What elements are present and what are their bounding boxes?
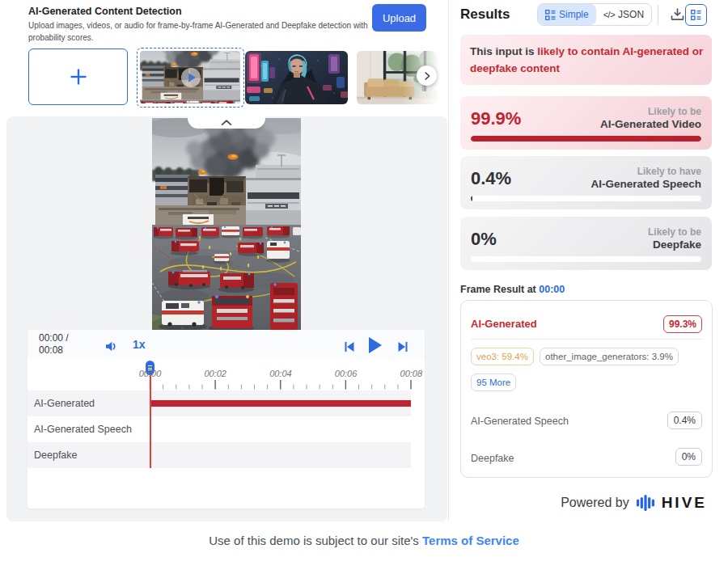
frame-row-value-badge: 0.4% (667, 412, 702, 429)
score-progress-track (471, 196, 701, 201)
track-label: AI-Generated Speech (34, 424, 132, 435)
download-button[interactable] (671, 7, 684, 23)
score-progress-fill (471, 136, 701, 141)
footer-disclaimer: Use of this demo is subject to our site'… (0, 534, 728, 547)
score-value: 0.4% (471, 168, 511, 189)
video-player-card: 00:00 / 00:08 1x (28, 330, 425, 509)
score-card-ai-generated-video: 99.9% Likely to be AI-Generated Video (460, 96, 712, 150)
timeline-label: 00:02 (197, 369, 233, 378)
preview-panel: 00:00 / 00:08 1x (6, 116, 447, 521)
frame-row-label: Deepfake (471, 453, 514, 464)
track-label: AI-Generated (34, 398, 95, 409)
frame-row-value-badge: 0% (675, 448, 702, 466)
track-label: Deepfake (34, 449, 78, 461)
hive-brand-name: HIVE (662, 494, 707, 512)
toggle-json-label: JSON (618, 9, 644, 20)
score-qualifier: Likely to have (637, 166, 701, 177)
frame-result-heading-prefix: Frame Result at (460, 284, 539, 295)
score-value: 0% (471, 229, 497, 250)
play-icon (368, 337, 383, 353)
score-label: AI-Generated Speech (590, 178, 701, 190)
score-progress-fill (471, 196, 472, 201)
timeline-ruler[interactable] (28, 378, 425, 390)
results-title: Results (460, 6, 510, 23)
upload-button[interactable]: Upload (372, 4, 426, 32)
powered-by-row: Powered by HIVE (460, 492, 707, 513)
tag-veo3[interactable]: veo3: 59.4% (471, 348, 534, 365)
score-qualifier: Likely to be (648, 106, 701, 117)
frame-result-card: AI-Generated 99.3% veo3: 59.4% other_ima… (460, 300, 713, 478)
results-view-toggle: Simple </> JSON (537, 3, 652, 26)
skip-forward-button[interactable] (398, 340, 408, 355)
tag-other-image-generators[interactable]: other_image_generators: 3.9% (540, 348, 679, 365)
alert-prefix: This input is (470, 45, 537, 57)
result-alert-banner: This input is likely to contain AI-gener… (460, 35, 712, 85)
toggle-json-tab[interactable]: </> JSON (596, 4, 651, 25)
frame-result-timestamp: 00:00 (539, 284, 565, 295)
hive-logo-icon (637, 494, 654, 512)
timeline-playhead[interactable] (150, 375, 151, 468)
track-bar-area (150, 400, 412, 407)
thumbnails-next-button[interactable] (417, 65, 437, 86)
score-value: 99.9% (471, 108, 521, 129)
result-settings-icon (691, 10, 701, 20)
score-progress-track (471, 136, 701, 141)
page-title: AI-Generated Content Detection (28, 6, 182, 17)
download-icon (671, 7, 684, 21)
time-display: 00:00 / 00:08 (39, 332, 69, 357)
score-card-ai-generated-speech: 0.4% Likely to have AI-Generated Speech (460, 156, 712, 209)
score-progress-track (471, 256, 701, 262)
toggle-simple-label: Simple (559, 9, 589, 20)
cyberpunk-artwork (245, 51, 348, 104)
track-row-stripe (28, 442, 411, 468)
thumbnail-fire-video-selected[interactable] (137, 48, 244, 108)
play-button[interactable] (368, 337, 383, 357)
ai-generated-track-bar (150, 400, 412, 407)
frame-row-label: AI-Generated Speech (471, 416, 569, 427)
volume-button[interactable] (105, 340, 117, 355)
timeline-label: 00:04 (263, 369, 298, 378)
playback-speed-button[interactable]: 1x (133, 338, 146, 351)
skip-forward-icon (398, 342, 408, 352)
time-current: 00:00 / (39, 332, 69, 344)
header-divider (658, 5, 658, 24)
column-divider (448, 0, 449, 521)
score-label: AI-Generated Video (600, 118, 701, 130)
add-media-button[interactable] (28, 49, 128, 105)
time-total: 00:08 (39, 344, 69, 357)
plus-icon (69, 67, 88, 87)
volume-icon (105, 341, 117, 352)
frame-primary-label: AI-Generated (471, 318, 537, 330)
terms-of-service-link[interactable]: Terms of Service (422, 534, 519, 547)
tag-more[interactable]: 95 More (471, 374, 516, 391)
thumbnail-cyberpunk-image[interactable] (245, 51, 348, 104)
skip-back-button[interactable] (345, 340, 354, 355)
score-card-deepfake: 0% Likely to be Deepfake (460, 217, 712, 270)
track-row-ai-generated: AI-Generated (28, 390, 425, 416)
frame-card-divider (471, 339, 702, 340)
code-icon: </> (603, 10, 615, 19)
collapse-preview-button[interactable] (188, 116, 265, 129)
page-subtitle: Upload images, videos, or audio for fram… (28, 19, 371, 44)
timeline-label: 00:06 (328, 369, 364, 378)
timeline-label: 00:08 (393, 369, 429, 378)
player-controls-row: 00:00 / 00:08 1x (28, 330, 425, 359)
toggle-simple-tab[interactable]: Simple (538, 4, 596, 25)
score-qualifier: Likely to be (648, 226, 701, 238)
play-overlay-icon (180, 67, 201, 88)
fire-scene-artwork (152, 118, 301, 331)
frame-primary-value-badge: 99.3% (663, 315, 702, 333)
score-label: Deepfake (653, 238, 701, 251)
frame-result-heading: Frame Result at 00:00 (460, 284, 565, 295)
simple-view-icon (545, 10, 556, 20)
track-row-ai-generated-speech: AI-Generated Speech (28, 416, 425, 442)
powered-by-text: Powered by (561, 496, 629, 510)
footer-text: Use of this demo is subject to our site'… (209, 534, 422, 547)
track-row-deepfake: Deepfake (28, 442, 425, 468)
skip-back-icon (345, 342, 354, 352)
video-preview[interactable] (152, 118, 301, 331)
chevron-up-icon (220, 119, 233, 126)
result-settings-button[interactable] (685, 4, 707, 26)
chevron-right-icon (421, 70, 433, 82)
